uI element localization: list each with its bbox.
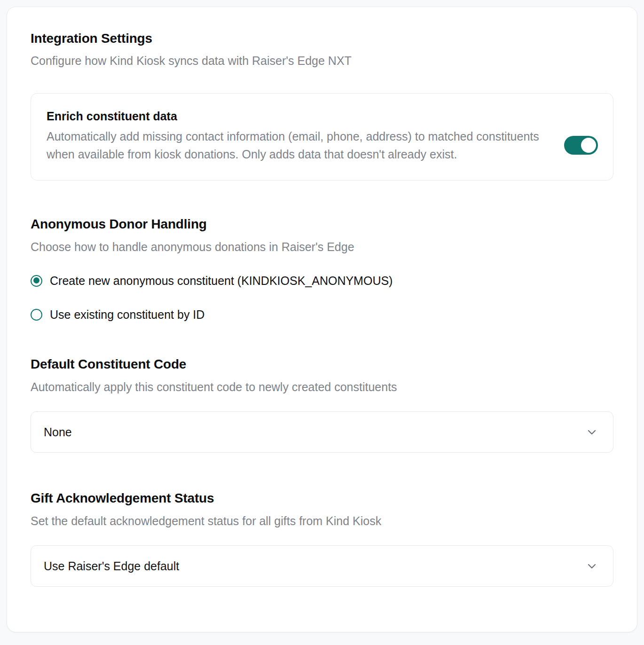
default-constituent-code-select[interactable]: None: [31, 411, 613, 453]
radio-option-label: Create new anonymous constituent (KINDKI…: [50, 274, 393, 288]
section-subtitle-default-constituent-code: Automatically apply this constituent cod…: [31, 380, 613, 394]
page-subtitle: Configure how Kind Kiosk syncs data with…: [31, 54, 613, 68]
radio-button-selected-icon[interactable]: [31, 275, 42, 287]
gift-acknowledgement-status-section: Gift Acknowledgement Status Set the defa…: [31, 490, 613, 587]
section-subtitle-gift-acknowledgement-status: Set the default acknowledgement status f…: [31, 514, 613, 528]
radio-option-use-existing-constituent[interactable]: Use existing constituent by ID: [31, 307, 613, 322]
default-constituent-code-section: Default Constituent Code Automatically a…: [31, 356, 613, 453]
chevron-down-icon: [586, 426, 598, 438]
anonymous-donor-handling-section: Anonymous Donor Handling Choose how to h…: [31, 216, 613, 322]
page-title: Integration Settings: [31, 31, 613, 47]
enrich-constituent-data-card: Enrich constituent data Automatically ad…: [31, 93, 613, 181]
enrich-card-title: Enrich constituent data: [47, 109, 557, 124]
section-subtitle-anonymous-donor-handling: Choose how to handle anonymous donations…: [31, 240, 613, 254]
radio-option-label: Use existing constituent by ID: [50, 307, 204, 322]
section-title-gift-acknowledgement-status: Gift Acknowledgement Status: [31, 490, 613, 506]
integration-settings-panel: Integration Settings Configure how Kind …: [7, 7, 637, 632]
select-value: Use Raiser's Edge default: [44, 559, 179, 573]
anonymous-donor-radio-group: Create new anonymous constituent (KINDKI…: [31, 274, 613, 322]
section-title-default-constituent-code: Default Constituent Code: [31, 356, 613, 372]
radio-button-unselected-icon[interactable]: [31, 309, 42, 321]
select-value: None: [44, 425, 72, 439]
enrich-card-description: Automatically add missing contact inform…: [47, 127, 557, 163]
toggle-knob: [581, 138, 596, 153]
chevron-down-icon: [586, 560, 598, 572]
enrich-constituent-data-toggle[interactable]: [564, 136, 598, 155]
gift-acknowledgement-status-select[interactable]: Use Raiser's Edge default: [31, 545, 613, 587]
radio-option-create-new-anonymous-constituent[interactable]: Create new anonymous constituent (KINDKI…: [31, 274, 613, 288]
section-title-anonymous-donor-handling: Anonymous Donor Handling: [31, 216, 613, 232]
